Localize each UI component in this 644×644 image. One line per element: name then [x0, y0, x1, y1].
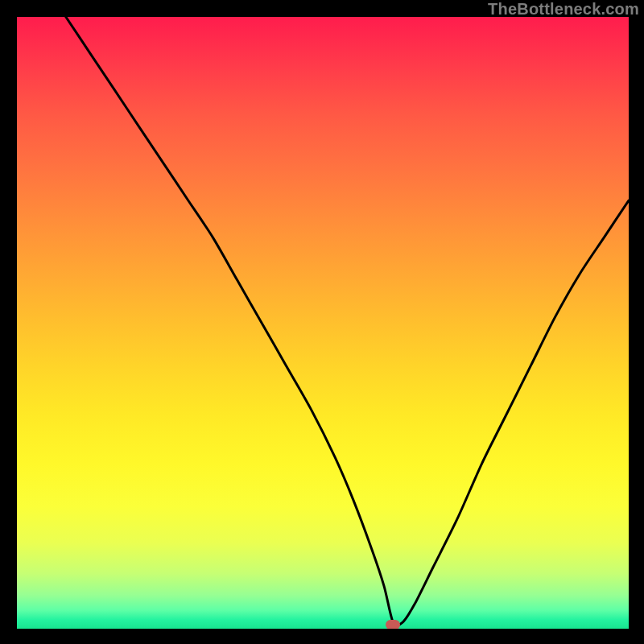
bottleneck-curve-path — [66, 17, 629, 625]
plot-area — [17, 17, 629, 629]
watermark-text: TheBottleneck.com — [488, 0, 639, 19]
chart-frame: TheBottleneck.com — [0, 0, 644, 644]
optimal-point-marker — [386, 620, 400, 629]
bottleneck-curve-svg — [17, 17, 629, 629]
